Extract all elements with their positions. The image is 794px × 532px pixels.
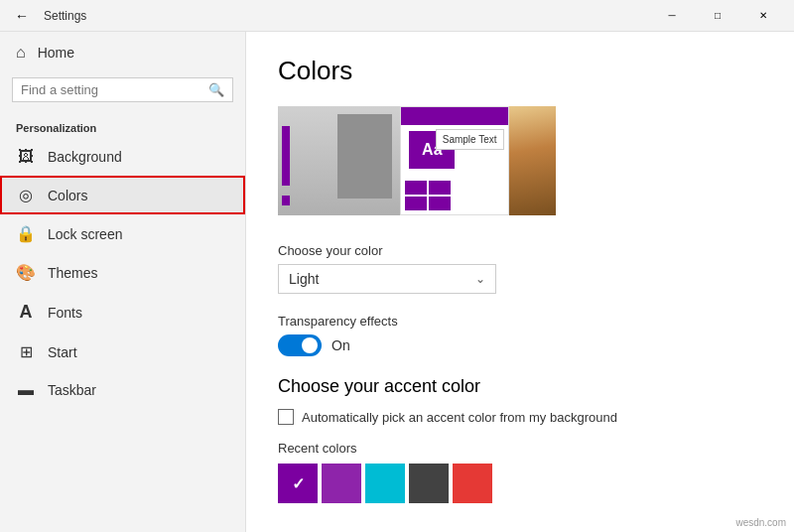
colors-icon: ◎ bbox=[16, 186, 36, 204]
preview-area: Aa Sample Text bbox=[278, 106, 556, 215]
sidebar-item-themes[interactable]: 🎨 Themes bbox=[0, 253, 245, 292]
titlebar: ← Settings ─ □ ✕ bbox=[0, 0, 794, 32]
titlebar-controls: ─ □ ✕ bbox=[649, 0, 786, 32]
lock-icon: 🔒 bbox=[16, 224, 36, 243]
auto-accent-row[interactable]: Automatically pick an accent color from … bbox=[278, 409, 762, 425]
preview-left bbox=[278, 106, 400, 215]
toggle-state-label: On bbox=[331, 337, 350, 353]
preview-tile-4 bbox=[429, 197, 451, 210]
search-input[interactable] bbox=[21, 82, 202, 97]
swatch-0[interactable]: ✓ bbox=[278, 464, 318, 503]
swatch-2[interactable] bbox=[365, 464, 405, 503]
watermark: wesdn.com bbox=[735, 517, 786, 528]
toggle-knob bbox=[302, 337, 318, 353]
home-icon: ⌂ bbox=[16, 44, 26, 62]
titlebar-title: Settings bbox=[44, 9, 86, 23]
close-button[interactable]: ✕ bbox=[740, 0, 786, 32]
background-icon: 🖼 bbox=[16, 148, 36, 166]
sidebar-item-label-start: Start bbox=[48, 344, 77, 360]
search-box[interactable]: 🔍 bbox=[12, 77, 233, 102]
preview-photo bbox=[509, 106, 556, 215]
swatch-3[interactable] bbox=[409, 464, 449, 503]
sidebar-section-title: Personalization bbox=[0, 114, 245, 138]
app-body: ⌂ Home 🔍 Personalization 🖼 Background ◎ … bbox=[0, 32, 794, 532]
toggle-row: On bbox=[278, 334, 762, 356]
sidebar-item-taskbar[interactable]: ▬ Taskbar bbox=[0, 371, 245, 409]
preview-tile-3 bbox=[405, 197, 427, 210]
sidebar-item-lock-screen[interactable]: 🔒 Lock screen bbox=[0, 214, 245, 253]
recent-colors-title: Recent colors bbox=[278, 441, 762, 456]
sidebar-item-label-themes: Themes bbox=[48, 265, 98, 281]
page-title: Colors bbox=[278, 56, 762, 86]
sidebar-item-label-colors: Colors bbox=[48, 188, 87, 203]
color-dropdown-value: Light bbox=[289, 271, 319, 287]
minimize-button[interactable]: ─ bbox=[649, 0, 695, 32]
main-content: Colors Aa bbox=[246, 32, 794, 532]
accent-color-title: Choose your accent color bbox=[278, 376, 762, 397]
sidebar-item-colors[interactable]: ◎ Colors bbox=[0, 176, 245, 214]
auto-accent-label: Automatically pick an accent color from … bbox=[302, 410, 617, 425]
transparency-row: Transparency effects On bbox=[278, 314, 762, 356]
preview-sample-text: Sample Text bbox=[443, 134, 497, 145]
sidebar-item-fonts[interactable]: A Fonts bbox=[0, 292, 245, 332]
titlebar-left: ← Settings bbox=[8, 2, 86, 30]
sidebar-item-label-taskbar: Taskbar bbox=[48, 382, 96, 398]
swatch-4[interactable] bbox=[453, 464, 492, 503]
taskbar-icon: ▬ bbox=[16, 381, 36, 399]
preview-center: Aa Sample Text bbox=[400, 106, 508, 215]
preview-sample-text-box: Sample Text bbox=[436, 129, 504, 150]
back-icon: ← bbox=[15, 8, 29, 24]
sidebar-item-label-lock-screen: Lock screen bbox=[48, 226, 122, 242]
home-label: Home bbox=[38, 45, 74, 61]
preview-tile-2 bbox=[429, 181, 451, 195]
choose-color-label: Choose your color bbox=[278, 243, 762, 258]
auto-accent-checkbox[interactable] bbox=[278, 409, 294, 425]
sidebar-item-background[interactable]: 🖼 Background bbox=[0, 138, 245, 176]
preview-tile-1 bbox=[405, 181, 427, 195]
sidebar-item-label-background: Background bbox=[48, 149, 122, 165]
dropdown-arrow-icon: ⌄ bbox=[475, 272, 485, 286]
swatch-check-0: ✓ bbox=[292, 474, 305, 493]
color-dropdown[interactable]: Light ⌄ bbox=[278, 264, 496, 294]
start-icon: ⊞ bbox=[16, 342, 36, 361]
sidebar-item-start[interactable]: ⊞ Start bbox=[0, 332, 245, 371]
search-icon: 🔍 bbox=[208, 82, 224, 97]
sidebar-item-label-fonts: Fonts bbox=[48, 305, 82, 321]
color-swatches: ✓ bbox=[278, 464, 762, 503]
themes-icon: 🎨 bbox=[16, 263, 36, 282]
preview-right bbox=[509, 106, 556, 215]
transparency-toggle[interactable] bbox=[278, 334, 322, 356]
fonts-icon: A bbox=[16, 302, 36, 323]
back-button[interactable]: ← bbox=[8, 2, 36, 30]
sidebar: ⌂ Home 🔍 Personalization 🖼 Background ◎ … bbox=[0, 32, 246, 532]
transparency-title: Transparency effects bbox=[278, 314, 762, 329]
swatch-1[interactable] bbox=[322, 464, 361, 503]
home-nav-item[interactable]: ⌂ Home bbox=[0, 32, 245, 73]
maximize-button[interactable]: □ bbox=[695, 0, 740, 32]
